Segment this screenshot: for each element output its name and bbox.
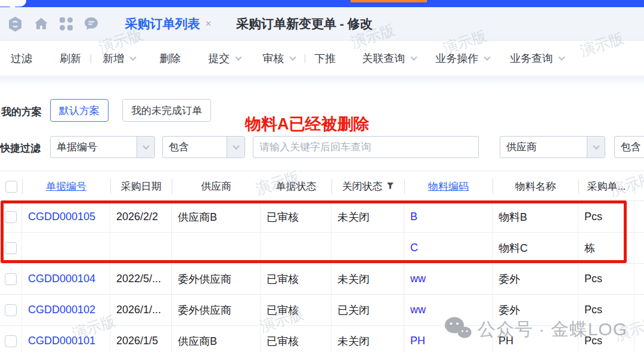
nav-icons	[7, 7, 99, 41]
header-doc-status: 单据状态	[261, 171, 332, 202]
doc-no-link[interactable]: CGDD000104	[22, 264, 110, 294]
chevron-down-icon	[559, 54, 565, 60]
browser-dot	[10, 2, 16, 8]
browser-top-bar	[0, 0, 644, 7]
chevron-down-icon	[484, 54, 491, 60]
header-supplier: 供应商	[172, 171, 261, 202]
material-code-link[interactable]: PH	[404, 326, 493, 352]
table-header: 单据编号 采购日期 供应商 单据状态 关闭状态 物料编码 物料名称 采购单...	[0, 171, 644, 201]
header-purchase-unit: 采购单...	[578, 171, 634, 202]
table-row[interactable]: C 物料C 栋	[0, 233, 644, 264]
filter-funnel-icon[interactable]	[386, 181, 394, 193]
tab-change-order-edit[interactable]: 采购订单新变更单 - 修改	[236, 7, 373, 40]
field-select[interactable]: 单据编号	[50, 136, 155, 158]
action-toolbar: 过滤 刷新 | 新增 删除 提交 审核 | 下推 关联查询 业务操作 业务查询	[0, 41, 644, 76]
chevron-down-icon	[129, 54, 136, 60]
table-body: CGDD000105 2026/2/2 供应商B 已审核 未关闭 B 物料B P…	[0, 202, 644, 352]
row-checkbox[interactable]	[5, 211, 17, 223]
row-checkbox[interactable]	[5, 242, 17, 254]
annotation-material-deleted: 物料A已经被删除	[245, 113, 370, 135]
operator-select-2[interactable]: 包含	[614, 136, 644, 158]
material-code-link[interactable]: ww	[404, 264, 493, 294]
header-purchase-date: 采购日期	[110, 171, 172, 202]
home-icon[interactable]	[33, 16, 49, 32]
chevron-down-icon	[411, 54, 417, 60]
refresh-button[interactable]: 刷新	[60, 51, 81, 66]
push-down-button[interactable]: 下推	[314, 51, 336, 66]
tab-accent-strip	[351, 0, 427, 2]
message-icon[interactable]	[83, 16, 99, 32]
app-tab-bar: 采购订单列表 × 采购订单新变更单 - 修改	[0, 7, 644, 41]
panel-shadow	[0, 76, 644, 86]
chevron-down-icon	[587, 137, 605, 158]
toolbar-divider: |	[304, 53, 306, 64]
filter-button[interactable]: 过滤	[11, 51, 32, 66]
select-all-checkbox[interactable]	[5, 181, 17, 193]
default-plan-button[interactable]: 默认方案	[50, 99, 109, 122]
related-query-button[interactable]: 关联查询	[362, 51, 416, 66]
table-row[interactable]: CGDD000105 2026/2/2 供应商B 已审核 未关闭 B 物料B P…	[0, 202, 644, 233]
material-code-link[interactable]: B	[404, 202, 493, 232]
toolbar-divider: |	[89, 53, 92, 64]
select-all-checkbox-cell	[0, 171, 22, 202]
operator-select[interactable]: 包含	[162, 136, 245, 158]
header-close-status: 关闭状态	[332, 171, 404, 202]
field-select-supplier[interactable]: 供应商	[500, 136, 605, 158]
chevron-down-icon	[227, 137, 244, 158]
add-button[interactable]: 新增	[103, 51, 135, 66]
doc-no-link[interactable]: CGDD000102	[22, 295, 110, 325]
table-row[interactable]: CGDD000104 2022/5/... 委外供应商 已审核 未关闭 ww 委…	[0, 264, 644, 295]
submit-button[interactable]: 提交	[208, 51, 241, 66]
doc-no-link[interactable]: CGDD000105	[22, 202, 110, 232]
row-checkbox[interactable]	[5, 335, 17, 347]
business-operation-button[interactable]: 业务操作	[435, 51, 490, 66]
table-row[interactable]: CGDD000101 2026/1/5 供应商B 已审核 未关闭 PH PH P…	[0, 326, 644, 352]
header-doc-no[interactable]: 单据编号	[22, 171, 110, 202]
chevron-down-icon	[289, 54, 296, 60]
audit-button[interactable]: 审核	[262, 51, 295, 66]
keyword-search-input[interactable]	[253, 136, 479, 158]
header-material-name: 物料名称	[493, 171, 578, 202]
tab-label: 采购订单列表	[125, 16, 200, 32]
tab-purchase-order-list[interactable]: 采购订单列表 ×	[114, 7, 222, 40]
logo-icon[interactable]	[7, 16, 23, 32]
delete-button[interactable]: 删除	[159, 51, 181, 66]
my-unfinished-orders-button[interactable]: 我的未完成订单	[122, 99, 211, 122]
header-material-code[interactable]: 物料编码	[404, 171, 493, 202]
quick-filter-label: 快捷过滤	[0, 141, 41, 155]
material-code-link[interactable]: ww	[404, 295, 493, 325]
apps-icon[interactable]	[59, 17, 73, 31]
table-row[interactable]: CGDD000102 2026/1/... 委外供应商 已审核 已关闭 ww 委…	[0, 295, 644, 326]
doc-no-link[interactable]: CGDD000101	[22, 326, 110, 352]
chevron-down-icon	[137, 137, 154, 158]
row-checkbox[interactable]	[5, 273, 17, 285]
tab-label: 采购订单新变更单 - 修改	[236, 16, 373, 32]
chevron-down-icon	[235, 54, 242, 60]
my-plan-label: 我的方案	[1, 105, 42, 119]
row-checkbox[interactable]	[5, 304, 17, 316]
close-icon[interactable]: ×	[206, 18, 212, 30]
material-code-link[interactable]: C	[404, 233, 493, 263]
business-query-button[interactable]: 业务查询	[510, 51, 564, 66]
header-filler	[634, 171, 644, 202]
